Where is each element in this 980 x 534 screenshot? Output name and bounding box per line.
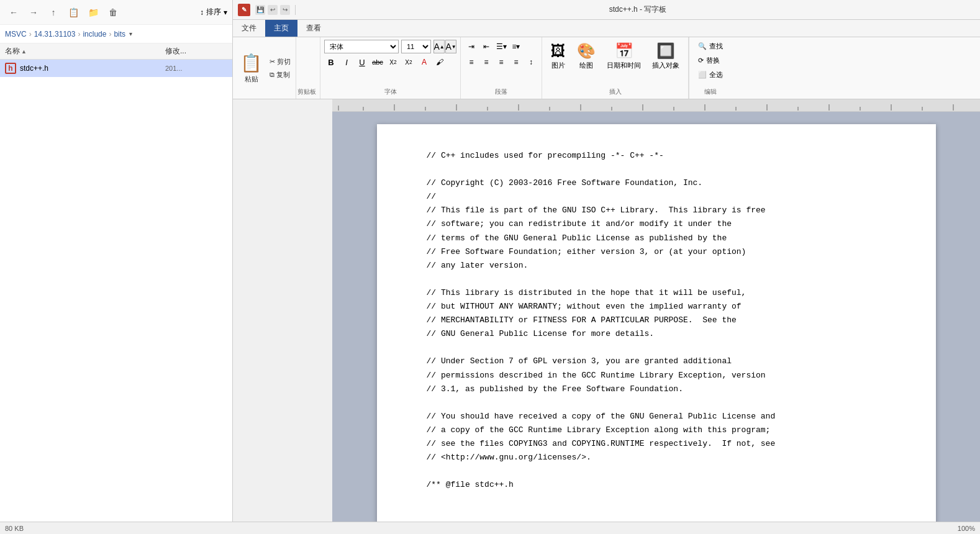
title-bar: ✎ 💾 ↩ ↪ stdc++.h - 写字板 xyxy=(233,0,980,20)
file-name: stdc++.h xyxy=(20,64,165,73)
align-center-button[interactable]: ≡ xyxy=(479,55,493,69)
justify-button[interactable]: ≡ xyxy=(509,55,523,69)
file-list-header: 名称 ▲ 修改... xyxy=(0,43,232,60)
edit-group: 🔍 查找 ⟳ 替换 ⬜ 全选 编辑 xyxy=(689,37,732,99)
paragraph-group: ⇥ ⇤ ☰▾ ≡▾ ≡ ≡ ≡ ≡ ↕ 段落 xyxy=(461,37,542,99)
ruler xyxy=(332,99,980,112)
breadcrumb: MSVC › 14.31.31103 › include › bits ▾ xyxy=(0,25,232,43)
sort-icon: ↕ xyxy=(200,8,204,17)
tab-file[interactable]: 文件 xyxy=(233,20,265,37)
selectall-icon: ⬜ xyxy=(698,71,707,79)
file-size: 80 KB xyxy=(5,525,24,532)
picture-icon: 🖼 xyxy=(551,42,566,60)
sort-area: ↕ 排序 ▾ xyxy=(200,7,227,17)
superscript-button[interactable]: X2 xyxy=(402,55,415,69)
sort-asc-icon: ▲ xyxy=(21,48,27,55)
title-bar-buttons: 💾 ↩ ↪ xyxy=(255,5,290,15)
breadcrumb-bits[interactable]: bits xyxy=(114,30,125,38)
document-area[interactable]: // C++ includes used for precompiling -*… xyxy=(332,112,980,522)
breadcrumb-expand-icon[interactable]: ▾ xyxy=(129,30,132,37)
status-bar: 80 KB 100% xyxy=(0,522,980,534)
datetime-button[interactable]: 📅 日期和时间 xyxy=(603,40,645,73)
insert-group: 🖼 图片 🎨 绘图 📅 日期和时间 🔲 插入对象 插入 xyxy=(542,37,689,99)
decrease-indent-button[interactable]: ⇤ xyxy=(479,40,493,53)
numbering-button[interactable]: ≡▾ xyxy=(509,40,523,53)
find-button[interactable]: 🔍 查找 xyxy=(694,40,727,53)
cut-button[interactable]: ✂ 剪切 xyxy=(267,56,293,68)
tab-view[interactable]: 查看 xyxy=(297,20,330,37)
explorer-toolbar: ← → ↑ 📋 📁 🗑 ↕ 排序 ▾ xyxy=(0,0,232,25)
object-button[interactable]: 🔲 插入对象 xyxy=(648,40,683,73)
font-shrink-button[interactable]: A▼ xyxy=(445,40,456,53)
zoom-level: 100% xyxy=(958,525,975,532)
align-right-button[interactable]: ≡ xyxy=(494,55,508,69)
window-title: stdc++.h - 写字板 xyxy=(301,4,975,15)
bold-button[interactable]: B xyxy=(324,55,338,69)
object-icon: 🔲 xyxy=(656,42,675,60)
breadcrumb-include[interactable]: include xyxy=(83,30,106,38)
strikethrough-button[interactable]: abc xyxy=(371,55,384,69)
drawing-button[interactable]: 🎨 绘图 xyxy=(573,40,599,73)
file-explorer: ← → ↑ 📋 📁 🗑 ↕ 排序 ▾ MSVC › 14.31.31103 › … xyxy=(0,0,233,522)
list-item[interactable]: h stdc++.h 201... xyxy=(0,60,232,77)
paste-icon: 📋 xyxy=(240,53,262,73)
line-spacing-button[interactable]: ↕ xyxy=(524,55,538,69)
edit-group-label: 编辑 xyxy=(694,88,727,96)
drawing-icon: 🎨 xyxy=(577,42,596,60)
save-title-btn[interactable]: 💾 xyxy=(255,5,265,15)
align-left-button[interactable]: ≡ xyxy=(465,55,478,69)
clipboard-label: 剪贴板 xyxy=(297,88,316,96)
new-folder-button[interactable]: 📁 xyxy=(84,4,102,21)
breadcrumb-version[interactable]: 14.31.31103 xyxy=(34,30,76,38)
svg-rect-1 xyxy=(332,99,980,112)
title-divider xyxy=(295,5,296,15)
picture-button[interactable]: 🖼 图片 xyxy=(547,40,569,73)
doc-page: // C++ includes used for precompiling -*… xyxy=(377,124,936,522)
underline-button[interactable]: U xyxy=(355,55,369,69)
sort-arrow-icon: ▾ xyxy=(224,8,227,17)
tab-home[interactable]: 主页 xyxy=(265,20,297,37)
paragraph-group-label: 段落 xyxy=(465,88,538,96)
replace-icon: ⟳ xyxy=(698,57,704,65)
selectall-button[interactable]: ⬜ 全选 xyxy=(694,68,727,81)
col-date-header[interactable]: 修改... xyxy=(165,46,227,57)
undo-title-btn[interactable]: ↩ xyxy=(268,5,278,15)
delete-button[interactable]: 🗑 xyxy=(104,4,122,21)
forward-button[interactable]: → xyxy=(25,4,42,21)
font-color-button[interactable]: A xyxy=(417,55,431,69)
font-grow-button[interactable]: A▲ xyxy=(433,40,445,53)
font-group-label: 字体 xyxy=(324,88,456,96)
copy-icon: ⧉ xyxy=(270,71,274,79)
font-group: 宋体 11 A▲ A▼ B I U abc X2 X2 A 🖌 字体 xyxy=(320,37,461,99)
app-icon: ✎ xyxy=(238,4,250,16)
highlight-button[interactable]: 🖌 xyxy=(433,55,447,69)
file-date: 201... xyxy=(165,65,227,72)
file-icon: h xyxy=(5,63,16,74)
subscript-button[interactable]: X2 xyxy=(386,55,400,69)
italic-button[interactable]: I xyxy=(340,55,353,69)
file-list: h stdc++.h 201... xyxy=(0,60,232,522)
datetime-icon: 📅 xyxy=(615,42,633,60)
font-size-select[interactable]: 11 xyxy=(401,40,431,53)
replace-button[interactable]: ⟳ 替换 xyxy=(694,54,727,67)
ribbon: 📋 粘贴 ✂ 剪切 ⧉ 复制 剪贴板 宋体 11 A▲ xyxy=(233,37,980,99)
breadcrumb-msvc[interactable]: MSVC xyxy=(5,30,27,38)
doc-content[interactable]: // C++ includes used for precompiling -*… xyxy=(427,149,886,492)
up-button[interactable]: ↑ xyxy=(45,4,62,21)
col-name-header[interactable]: 名称 ▲ xyxy=(5,46,165,57)
paste-button[interactable]: 📋 粘贴 xyxy=(235,40,267,96)
font-name-select[interactable]: 宋体 xyxy=(324,40,399,53)
cut-icon: ✂ xyxy=(270,58,275,66)
copy-path-button[interactable]: 📋 xyxy=(65,4,82,21)
increase-indent-button[interactable]: ⇥ xyxy=(465,40,478,53)
ribbon-tabs: 文件 主页 查看 xyxy=(233,20,980,37)
bullets-button[interactable]: ☰▾ xyxy=(494,40,508,53)
back-button[interactable]: ← xyxy=(5,4,22,21)
insert-group-label: 插入 xyxy=(609,88,622,96)
find-icon: 🔍 xyxy=(698,42,707,50)
copy-button[interactable]: ⧉ 复制 xyxy=(267,69,293,81)
redo-title-btn[interactable]: ↪ xyxy=(280,5,290,15)
